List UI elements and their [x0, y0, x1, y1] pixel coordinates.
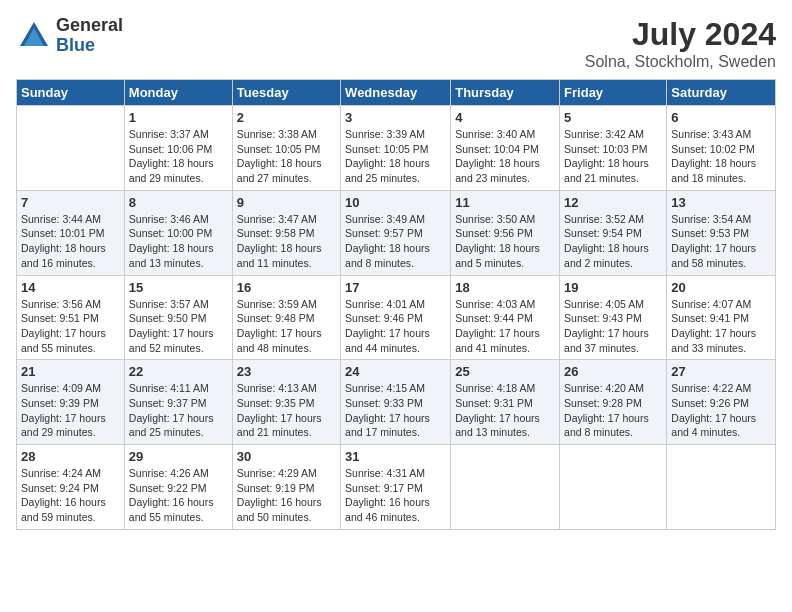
- calendar-cell: 21Sunrise: 4:09 AM Sunset: 9:39 PM Dayli…: [17, 360, 125, 445]
- calendar-cell: 7Sunrise: 3:44 AM Sunset: 10:01 PM Dayli…: [17, 190, 125, 275]
- sub-title: Solna, Stockholm, Sweden: [585, 53, 776, 71]
- day-number: 27: [671, 364, 771, 379]
- day-number: 31: [345, 449, 446, 464]
- day-number: 4: [455, 110, 555, 125]
- calendar-cell: 12Sunrise: 3:52 AM Sunset: 9:54 PM Dayli…: [560, 190, 667, 275]
- calendar-cell: 28Sunrise: 4:24 AM Sunset: 9:24 PM Dayli…: [17, 445, 125, 530]
- day-number: 20: [671, 280, 771, 295]
- day-info: Sunrise: 4:15 AM Sunset: 9:33 PM Dayligh…: [345, 381, 446, 440]
- day-number: 6: [671, 110, 771, 125]
- day-number: 26: [564, 364, 662, 379]
- day-info: Sunrise: 4:20 AM Sunset: 9:28 PM Dayligh…: [564, 381, 662, 440]
- day-number: 21: [21, 364, 120, 379]
- day-info: Sunrise: 3:42 AM Sunset: 10:03 PM Daylig…: [564, 127, 662, 186]
- day-number: 17: [345, 280, 446, 295]
- calendar-body: 1Sunrise: 3:37 AM Sunset: 10:06 PM Dayli…: [17, 106, 776, 530]
- week-row-5: 28Sunrise: 4:24 AM Sunset: 9:24 PM Dayli…: [17, 445, 776, 530]
- day-info: Sunrise: 4:22 AM Sunset: 9:26 PM Dayligh…: [671, 381, 771, 440]
- calendar-cell: [667, 445, 776, 530]
- calendar-cell: 2Sunrise: 3:38 AM Sunset: 10:05 PM Dayli…: [232, 106, 340, 191]
- week-row-3: 14Sunrise: 3:56 AM Sunset: 9:51 PM Dayli…: [17, 275, 776, 360]
- header-row: SundayMondayTuesdayWednesdayThursdayFrid…: [17, 80, 776, 106]
- day-number: 25: [455, 364, 555, 379]
- day-info: Sunrise: 4:07 AM Sunset: 9:41 PM Dayligh…: [671, 297, 771, 356]
- logo: General Blue: [16, 16, 123, 56]
- day-info: Sunrise: 3:49 AM Sunset: 9:57 PM Dayligh…: [345, 212, 446, 271]
- day-number: 29: [129, 449, 228, 464]
- day-number: 3: [345, 110, 446, 125]
- day-number: 18: [455, 280, 555, 295]
- day-number: 9: [237, 195, 336, 210]
- calendar-cell: 19Sunrise: 4:05 AM Sunset: 9:43 PM Dayli…: [560, 275, 667, 360]
- calendar-cell: 22Sunrise: 4:11 AM Sunset: 9:37 PM Dayli…: [124, 360, 232, 445]
- calendar-cell: 24Sunrise: 4:15 AM Sunset: 9:33 PM Dayli…: [341, 360, 451, 445]
- day-number: 7: [21, 195, 120, 210]
- day-info: Sunrise: 3:54 AM Sunset: 9:53 PM Dayligh…: [671, 212, 771, 271]
- day-number: 19: [564, 280, 662, 295]
- calendar-cell: 5Sunrise: 3:42 AM Sunset: 10:03 PM Dayli…: [560, 106, 667, 191]
- calendar-cell: 14Sunrise: 3:56 AM Sunset: 9:51 PM Dayli…: [17, 275, 125, 360]
- header-day-thursday: Thursday: [451, 80, 560, 106]
- day-info: Sunrise: 3:57 AM Sunset: 9:50 PM Dayligh…: [129, 297, 228, 356]
- calendar-cell: 20Sunrise: 4:07 AM Sunset: 9:41 PM Dayli…: [667, 275, 776, 360]
- day-info: Sunrise: 3:56 AM Sunset: 9:51 PM Dayligh…: [21, 297, 120, 356]
- day-number: 16: [237, 280, 336, 295]
- calendar-cell: 9Sunrise: 3:47 AM Sunset: 9:58 PM Daylig…: [232, 190, 340, 275]
- header: General Blue July 2024 Solna, Stockholm,…: [16, 16, 776, 71]
- week-row-4: 21Sunrise: 4:09 AM Sunset: 9:39 PM Dayli…: [17, 360, 776, 445]
- calendar-cell: 1Sunrise: 3:37 AM Sunset: 10:06 PM Dayli…: [124, 106, 232, 191]
- week-row-1: 1Sunrise: 3:37 AM Sunset: 10:06 PM Dayli…: [17, 106, 776, 191]
- day-number: 1: [129, 110, 228, 125]
- calendar-cell: 3Sunrise: 3:39 AM Sunset: 10:05 PM Dayli…: [341, 106, 451, 191]
- title-area: July 2024 Solna, Stockholm, Sweden: [585, 16, 776, 71]
- logo-general-text: General: [56, 16, 123, 36]
- day-info: Sunrise: 3:38 AM Sunset: 10:05 PM Daylig…: [237, 127, 336, 186]
- day-info: Sunrise: 4:18 AM Sunset: 9:31 PM Dayligh…: [455, 381, 555, 440]
- day-number: 2: [237, 110, 336, 125]
- day-info: Sunrise: 3:59 AM Sunset: 9:48 PM Dayligh…: [237, 297, 336, 356]
- calendar-cell: 17Sunrise: 4:01 AM Sunset: 9:46 PM Dayli…: [341, 275, 451, 360]
- calendar-cell: 4Sunrise: 3:40 AM Sunset: 10:04 PM Dayli…: [451, 106, 560, 191]
- header-day-sunday: Sunday: [17, 80, 125, 106]
- calendar-cell: 26Sunrise: 4:20 AM Sunset: 9:28 PM Dayli…: [560, 360, 667, 445]
- day-number: 10: [345, 195, 446, 210]
- calendar-cell: 29Sunrise: 4:26 AM Sunset: 9:22 PM Dayli…: [124, 445, 232, 530]
- calendar-cell: [451, 445, 560, 530]
- header-day-saturday: Saturday: [667, 80, 776, 106]
- day-number: 11: [455, 195, 555, 210]
- day-number: 22: [129, 364, 228, 379]
- calendar-cell: 18Sunrise: 4:03 AM Sunset: 9:44 PM Dayli…: [451, 275, 560, 360]
- calendar: SundayMondayTuesdayWednesdayThursdayFrid…: [16, 79, 776, 530]
- day-info: Sunrise: 3:39 AM Sunset: 10:05 PM Daylig…: [345, 127, 446, 186]
- week-row-2: 7Sunrise: 3:44 AM Sunset: 10:01 PM Dayli…: [17, 190, 776, 275]
- calendar-cell: [17, 106, 125, 191]
- day-info: Sunrise: 4:09 AM Sunset: 9:39 PM Dayligh…: [21, 381, 120, 440]
- calendar-cell: 30Sunrise: 4:29 AM Sunset: 9:19 PM Dayli…: [232, 445, 340, 530]
- logo-icon: [16, 18, 52, 54]
- day-number: 15: [129, 280, 228, 295]
- day-info: Sunrise: 4:01 AM Sunset: 9:46 PM Dayligh…: [345, 297, 446, 356]
- calendar-cell: 10Sunrise: 3:49 AM Sunset: 9:57 PM Dayli…: [341, 190, 451, 275]
- calendar-cell: 23Sunrise: 4:13 AM Sunset: 9:35 PM Dayli…: [232, 360, 340, 445]
- header-day-tuesday: Tuesday: [232, 80, 340, 106]
- main-title: July 2024: [585, 16, 776, 53]
- header-day-wednesday: Wednesday: [341, 80, 451, 106]
- calendar-cell: 25Sunrise: 4:18 AM Sunset: 9:31 PM Dayli…: [451, 360, 560, 445]
- day-info: Sunrise: 4:31 AM Sunset: 9:17 PM Dayligh…: [345, 466, 446, 525]
- calendar-header: SundayMondayTuesdayWednesdayThursdayFrid…: [17, 80, 776, 106]
- logo-text: General Blue: [56, 16, 123, 56]
- day-number: 24: [345, 364, 446, 379]
- calendar-cell: [560, 445, 667, 530]
- calendar-cell: 13Sunrise: 3:54 AM Sunset: 9:53 PM Dayli…: [667, 190, 776, 275]
- calendar-cell: 8Sunrise: 3:46 AM Sunset: 10:00 PM Dayli…: [124, 190, 232, 275]
- day-info: Sunrise: 4:24 AM Sunset: 9:24 PM Dayligh…: [21, 466, 120, 525]
- day-info: Sunrise: 4:03 AM Sunset: 9:44 PM Dayligh…: [455, 297, 555, 356]
- day-info: Sunrise: 3:44 AM Sunset: 10:01 PM Daylig…: [21, 212, 120, 271]
- header-day-friday: Friday: [560, 80, 667, 106]
- logo-blue-text: Blue: [56, 36, 123, 56]
- calendar-cell: 16Sunrise: 3:59 AM Sunset: 9:48 PM Dayli…: [232, 275, 340, 360]
- day-info: Sunrise: 4:26 AM Sunset: 9:22 PM Dayligh…: [129, 466, 228, 525]
- day-number: 28: [21, 449, 120, 464]
- calendar-cell: 15Sunrise: 3:57 AM Sunset: 9:50 PM Dayli…: [124, 275, 232, 360]
- calendar-cell: 27Sunrise: 4:22 AM Sunset: 9:26 PM Dayli…: [667, 360, 776, 445]
